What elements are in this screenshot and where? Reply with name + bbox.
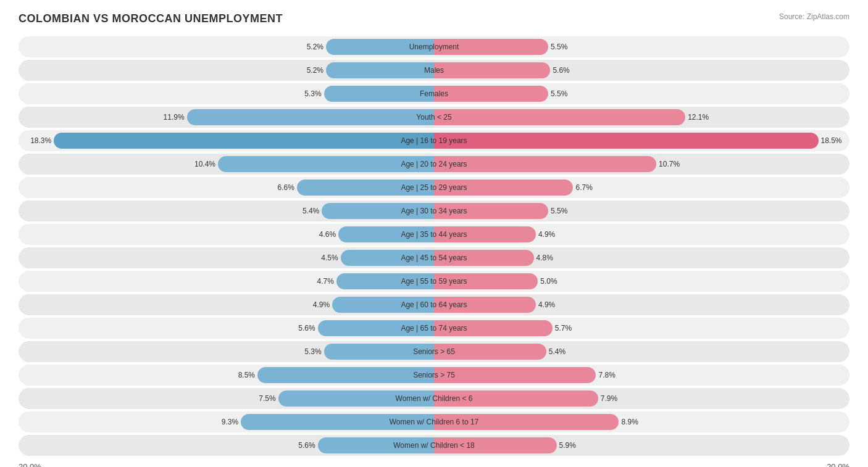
row-center-label: Age | 20 to 24 years bbox=[401, 160, 467, 168]
bar-moroccan bbox=[434, 86, 548, 102]
row-left-value: 11.9% bbox=[164, 113, 187, 122]
chart-header: COLOMBIAN VS MOROCCAN UNEMPLOYMENT Sourc… bbox=[19, 12, 849, 25]
row-right-value: 5.5% bbox=[548, 43, 567, 51]
row-right-value: 5.9% bbox=[557, 441, 576, 450]
row-right-value: 18.5% bbox=[819, 136, 842, 145]
row-right-value: 5.5% bbox=[548, 207, 567, 215]
row-left-value: 5.2% bbox=[307, 66, 326, 75]
row-right-value: 4.9% bbox=[536, 300, 555, 309]
chart-row: Youth < 2511.9%12.1% bbox=[19, 107, 849, 128]
row-left-value: 10.4% bbox=[194, 160, 218, 168]
row-left-value: 5.2% bbox=[307, 43, 326, 51]
chart-row: Age | 16 to 19 years18.3%18.5% bbox=[19, 130, 849, 151]
chart-row: Age | 55 to 59 years4.7%5.0% bbox=[19, 271, 849, 292]
row-right-value: 4.9% bbox=[536, 230, 555, 239]
chart-row: Women w/ Children < 67.5%7.9% bbox=[19, 388, 849, 409]
bar-moroccan bbox=[434, 62, 550, 78]
chart-row: Age | 25 to 29 years6.6%6.7% bbox=[19, 177, 849, 198]
row-center-label: Age | 60 to 64 years bbox=[401, 300, 467, 309]
axis-right-label: 20.0% bbox=[827, 462, 849, 467]
chart-row: Age | 30 to 34 years5.4%5.5% bbox=[19, 200, 849, 221]
row-left-value: 18.3% bbox=[30, 136, 54, 145]
chart-title: COLOMBIAN VS MOROCCAN UNEMPLOYMENT bbox=[19, 12, 283, 25]
row-center-label: Age | 16 to 19 years bbox=[401, 136, 467, 145]
chart-row: Women w/ Children 6 to 179.3%8.9% bbox=[19, 411, 849, 432]
row-left-value: 9.3% bbox=[222, 418, 241, 426]
row-right-value: 5.7% bbox=[553, 324, 572, 333]
bar-moroccan bbox=[434, 367, 596, 383]
row-center-label: Age | 30 to 34 years bbox=[401, 207, 467, 215]
chart-container: COLOMBIAN VS MOROCCAN UNEMPLOYMENT Sourc… bbox=[0, 0, 868, 467]
chart-row: Unemployment5.2%5.5% bbox=[19, 36, 849, 57]
bar-moroccan bbox=[434, 109, 685, 125]
bar-moroccan bbox=[434, 156, 656, 172]
row-center-label: Unemployment bbox=[409, 43, 459, 51]
chart-area: Unemployment5.2%5.5%Males5.2%5.6%Females… bbox=[19, 36, 849, 456]
chart-row: Age | 20 to 24 years10.4%10.7% bbox=[19, 154, 849, 175]
row-right-value: 4.8% bbox=[534, 254, 553, 262]
chart-row: Seniors > 655.3%5.4% bbox=[19, 341, 849, 362]
chart-row: Women w/ Children < 185.6%5.9% bbox=[19, 435, 849, 456]
row-left-value: 5.6% bbox=[298, 324, 317, 333]
row-right-value: 12.1% bbox=[685, 113, 709, 122]
row-center-label: Women w/ Children < 18 bbox=[393, 441, 475, 450]
axis-labels: 20.0% 20.0% bbox=[19, 462, 849, 467]
row-center-label: Youth < 25 bbox=[416, 113, 451, 122]
row-center-label: Females bbox=[420, 89, 448, 98]
row-center-label: Age | 25 to 29 years bbox=[401, 183, 467, 192]
row-center-label: Age | 35 to 44 years bbox=[401, 230, 467, 239]
row-right-value: 5.4% bbox=[546, 347, 565, 356]
row-left-value: 8.5% bbox=[238, 371, 257, 379]
bar-colombian bbox=[187, 109, 434, 125]
chart-row: Age | 35 to 44 years4.6%4.9% bbox=[19, 224, 849, 245]
row-right-value: 7.8% bbox=[596, 371, 615, 379]
bar-moroccan bbox=[434, 133, 819, 149]
row-right-value: 5.5% bbox=[548, 89, 567, 98]
row-left-value: 7.5% bbox=[259, 394, 278, 403]
row-right-value: 10.7% bbox=[656, 160, 680, 168]
bar-colombian bbox=[257, 367, 434, 383]
row-left-value: 4.7% bbox=[317, 277, 336, 286]
axis-left-label: 20.0% bbox=[19, 462, 41, 467]
row-center-label: Age | 55 to 59 years bbox=[401, 277, 467, 286]
row-left-value: 5.4% bbox=[303, 207, 322, 215]
bar-colombian bbox=[326, 62, 434, 78]
row-right-value: 6.7% bbox=[573, 183, 592, 192]
row-center-label: Seniors > 65 bbox=[413, 347, 455, 356]
row-left-value: 4.6% bbox=[319, 230, 338, 239]
row-left-value: 5.3% bbox=[304, 347, 323, 356]
chart-row: Age | 65 to 74 years5.6%5.7% bbox=[19, 318, 849, 339]
row-center-label: Women w/ Children < 6 bbox=[396, 394, 473, 403]
row-right-value: 5.6% bbox=[550, 66, 569, 75]
row-center-label: Age | 45 to 54 years bbox=[401, 254, 467, 262]
row-center-label: Seniors > 75 bbox=[413, 371, 455, 379]
row-left-value: 4.5% bbox=[321, 254, 340, 262]
row-left-value: 4.9% bbox=[313, 300, 332, 309]
row-left-value: 6.6% bbox=[278, 183, 297, 192]
bar-colombian bbox=[324, 86, 434, 102]
chart-row: Age | 60 to 64 years4.9%4.9% bbox=[19, 294, 849, 315]
chart-row: Seniors > 758.5%7.8% bbox=[19, 365, 849, 386]
chart-row: Females5.3%5.5% bbox=[19, 83, 849, 104]
chart-row: Age | 45 to 54 years4.5%4.8% bbox=[19, 247, 849, 268]
row-center-label: Males bbox=[424, 66, 444, 75]
row-left-value: 5.3% bbox=[304, 89, 323, 98]
row-center-label: Women w/ Children 6 to 17 bbox=[390, 418, 479, 426]
row-right-value: 8.9% bbox=[619, 418, 638, 426]
chart-row: Males5.2%5.6% bbox=[19, 60, 849, 81]
bar-colombian bbox=[54, 133, 434, 149]
row-right-value: 5.0% bbox=[538, 277, 557, 286]
row-right-value: 7.9% bbox=[598, 394, 617, 403]
row-left-value: 5.6% bbox=[298, 441, 317, 450]
row-center-label: Age | 65 to 74 years bbox=[401, 324, 467, 333]
chart-source: Source: ZipAtlas.com bbox=[779, 12, 849, 21]
